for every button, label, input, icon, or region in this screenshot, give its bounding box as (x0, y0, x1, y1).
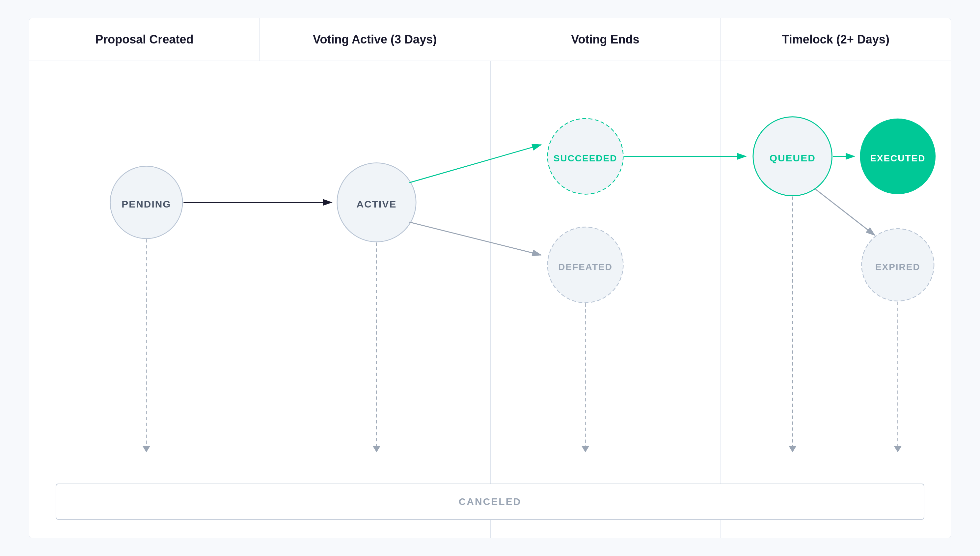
canceled-label: CANCELED (459, 496, 521, 507)
svg-text:QUEUED: QUEUED (770, 152, 816, 163)
header-row: Proposal Created Voting Active (3 Days) … (29, 18, 951, 61)
svg-text:EXPIRED: EXPIRED (875, 262, 920, 272)
svg-text:PENDING: PENDING (121, 199, 171, 210)
svg-text:SUCCEEDED: SUCCEEDED (554, 153, 617, 163)
svg-marker-33 (894, 446, 902, 452)
svg-line-19 (409, 145, 541, 183)
svg-marker-29 (581, 446, 589, 452)
main-content: PENDING ACTIVE SUCCEEDED DEFEATED QUEUED… (29, 61, 951, 538)
header-col2: Voting Active (3 Days) (260, 18, 490, 61)
svg-line-20 (409, 222, 541, 255)
svg-text:EXECUTED: EXECUTED (870, 153, 925, 163)
svg-marker-27 (373, 446, 380, 452)
svg-text:ACTIVE: ACTIVE (357, 199, 397, 210)
header-col1: Proposal Created (29, 18, 260, 61)
svg-line-23 (816, 189, 875, 235)
svg-text:DEFEATED: DEFEATED (558, 262, 612, 272)
svg-marker-31 (789, 446, 797, 452)
diagram-svg: PENDING ACTIVE SUCCEEDED DEFEATED QUEUED… (29, 61, 951, 538)
header-col3: Voting Ends (490, 18, 721, 61)
svg-marker-25 (142, 446, 150, 452)
header-col4: Timelock (2+ Days) (720, 18, 951, 61)
diagram-container: Proposal Created Voting Active (3 Days) … (29, 18, 951, 538)
canceled-box: CANCELED (56, 483, 924, 520)
